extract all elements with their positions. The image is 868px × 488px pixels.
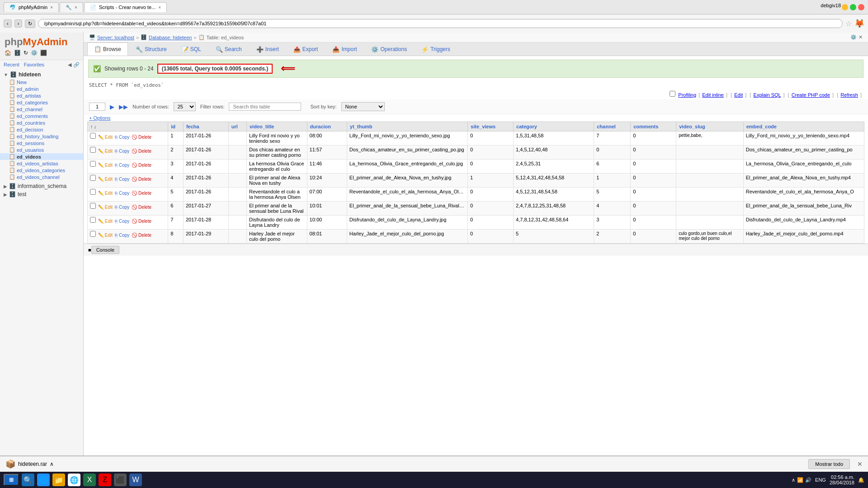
edit-link-4[interactable]: ✏️ Edit [98, 177, 113, 182]
sidebar-settings-icon[interactable]: ⚙️ [31, 50, 38, 56]
tab-2-close[interactable]: × [75, 5, 77, 10]
delete-link-8[interactable]: 🚫 Delete [132, 233, 151, 238]
col-header-video_title[interactable]: video_title [247, 122, 307, 131]
sidebar-expand-icon[interactable]: ◀ [68, 62, 71, 68]
sidebar-db-icon[interactable]: 🗄️ [14, 50, 21, 56]
tab-operations[interactable]: ⚙️ Operations [364, 43, 414, 56]
options-link[interactable]: + Options [89, 115, 110, 121]
filter-input[interactable] [229, 103, 301, 111]
edit-link-2[interactable]: ✏️ Edit [98, 149, 113, 154]
bookmark-icon[interactable]: ☆ [845, 19, 852, 28]
copy-link-3[interactable]: ⎘ Copy [115, 163, 129, 168]
row-checkbox-8[interactable] [90, 231, 96, 237]
page-input[interactable] [89, 103, 105, 111]
taskbar-icon-ie[interactable]: 🌐 [37, 474, 50, 486]
explain-sql-link[interactable]: Explain SQL [754, 92, 781, 98]
sidebar-item-ed_usuarios[interactable]: 📋 ed_usuarios [0, 146, 83, 153]
delete-link-2[interactable]: 🚫 Delete [132, 149, 151, 154]
expand-icon[interactable]: ✕ [859, 34, 863, 40]
copy-link-6[interactable]: ⎘ Copy [115, 205, 129, 210]
row-checkbox-2[interactable] [90, 147, 96, 153]
tab-structure[interactable]: 🔧 Structure [129, 43, 174, 56]
sidebar-item-ed_videos[interactable]: 📋 ed_videos [0, 153, 83, 160]
col-header-embed_code[interactable]: embed_code [743, 122, 864, 131]
row-checkbox-6[interactable] [90, 203, 96, 209]
copy-link-8[interactable]: ⎘ Copy [115, 233, 129, 238]
sidebar-extra-icon[interactable]: ⬛ [40, 50, 47, 56]
minimize-button[interactable] [842, 4, 848, 10]
sidebar-favorites-link[interactable]: Favorites [24, 62, 44, 68]
next-page-button[interactable]: ▶ [110, 103, 114, 110]
tab-search[interactable]: 🔍 Search [209, 43, 249, 56]
edit-link-7[interactable]: ✏️ Edit [98, 219, 113, 224]
maximize-button[interactable] [850, 4, 856, 10]
taskbar-icon-cmd[interactable]: ⬛ [114, 474, 127, 486]
col-header-category[interactable]: category [514, 122, 594, 131]
sidebar-item-ed_videos_artistas[interactable]: 📋 ed_videos_artistas [0, 160, 83, 167]
refresh-link[interactable]: Refresh [840, 92, 858, 98]
sidebar-item-ed_comments[interactable]: 📋 ed_comments [0, 113, 83, 119]
edit-link-6[interactable]: ✏️ Edit [98, 205, 113, 210]
tab-3-close[interactable]: × [158, 5, 161, 10]
edit-link[interactable]: Edit [734, 92, 743, 98]
sort-by-select[interactable]: None PRIMARY [341, 102, 385, 111]
col-header-yt_thumb[interactable]: yt_thumb [347, 122, 467, 131]
sidebar-item-hideteen[interactable]: ▼ 🗄️ hideteen [0, 70, 83, 79]
back-button[interactable]: ‹ [4, 19, 12, 28]
tab-export[interactable]: 📤 Export [287, 43, 325, 56]
edit-link-5[interactable]: ✏️ Edit [98, 191, 113, 196]
sidebar-item-ed_history_loading[interactable]: 📋 ed_history_loading [0, 133, 83, 140]
col-header-comments[interactable]: comments [631, 122, 676, 131]
row-checkbox-7[interactable] [90, 217, 96, 223]
sidebar-item-new[interactable]: 📋 New [0, 79, 83, 85]
close-button[interactable] [858, 4, 864, 10]
col-header-id[interactable]: id [168, 122, 184, 131]
sort-desc-icon[interactable]: ↓ [94, 124, 97, 129]
tray-up-icon[interactable]: ∧ [792, 477, 795, 483]
col-header-channel[interactable]: channel [594, 122, 631, 131]
sidebar-item-ed_countries[interactable]: 📋 ed_countries [0, 119, 83, 126]
taskbar-icon-file[interactable]: 📁 [52, 474, 65, 486]
row-checkbox-3[interactable] [90, 161, 96, 167]
delete-link-4[interactable]: 🚫 Delete [132, 177, 151, 182]
sidebar-recent-link[interactable]: Recent [4, 62, 19, 68]
forward-button[interactable]: › [14, 19, 23, 28]
col-header-video_slug[interactable]: video_slug [676, 122, 743, 131]
col-header-url[interactable]: url [228, 122, 246, 131]
sidebar-refresh-icon[interactable]: ↻ [24, 50, 28, 56]
delete-link-7[interactable]: 🚫 Delete [132, 219, 151, 224]
breadcrumb-server[interactable]: Server: localhost [97, 35, 134, 40]
taskbar-icon-cortana[interactable]: 🔍 [22, 474, 34, 486]
create-php-link[interactable]: Create PHP code [792, 92, 830, 98]
taskbar-notification-icon[interactable]: 🔔 [858, 477, 864, 483]
tab-sql[interactable]: 📝 SQL [175, 43, 208, 56]
sidebar-home-icon[interactable]: 🏠 [5, 50, 11, 56]
delete-link-1[interactable]: 🚫 Delete [132, 135, 151, 140]
edit-link-3[interactable]: ✏️ Edit [98, 163, 113, 168]
tab-insert[interactable]: ➕ Insert [250, 43, 286, 56]
download-bar-close-icon[interactable]: ✕ [857, 460, 863, 468]
breadcrumb-database[interactable]: Database: hideteen [149, 35, 192, 40]
rows-per-page-select[interactable]: 25 50 100 [174, 102, 196, 111]
sidebar-item-ed_decision[interactable]: 📋 ed_decision [0, 126, 83, 133]
row-checkbox-1[interactable] [90, 133, 96, 139]
reload-button[interactable]: ↻ [25, 19, 35, 28]
sidebar-link-icon[interactable]: 🔗 [73, 62, 80, 68]
console-button[interactable]: Console [91, 246, 119, 254]
sidebar-item-ed_channel[interactable]: 📋 ed_channel [0, 106, 83, 113]
sort-asc-icon[interactable]: ↑ [90, 124, 93, 129]
taskbar-icon-word[interactable]: W [129, 474, 142, 486]
tab-3[interactable]: 📄 Scripts - Crear nuevo te... × [84, 2, 167, 12]
tab-import[interactable]: 📥 Import [326, 43, 363, 56]
sidebar-item-ed_admin[interactable]: 📋 ed_admin [0, 85, 83, 92]
taskbar-icon-ftp[interactable]: Z [99, 474, 111, 486]
tab-2[interactable]: 🔧 × [60, 2, 83, 12]
tab-1[interactable]: 🐬 phpMyAdmin × [4, 2, 59, 12]
edit-inline-link[interactable]: Edit inline [702, 92, 724, 98]
col-header-duracion[interactable]: duracion [307, 122, 347, 131]
edit-link-1[interactable]: ✏️ Edit [98, 135, 113, 140]
sidebar-item-ed_categories[interactable]: 📋 ed_categories [0, 99, 83, 106]
copy-link-1[interactable]: ⎘ Copy [115, 135, 129, 140]
col-header-fecha[interactable]: fecha [183, 122, 228, 131]
profiling-link[interactable]: Profiling [678, 92, 696, 98]
